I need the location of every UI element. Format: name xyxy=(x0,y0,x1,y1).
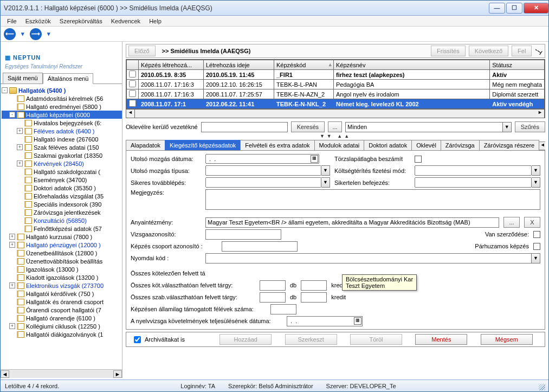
tree-expander-icon[interactable]: + xyxy=(9,234,15,240)
anyaint-clear-button[interactable]: X xyxy=(524,217,540,228)
menu-role[interactable]: Szerepkörváltás xyxy=(55,17,107,25)
grid-header[interactable]: Képzés létrehozá... xyxy=(139,60,204,70)
table-row[interactable]: 2010.05.19. 8:352010.05.19. 11:45_FIR1fi… xyxy=(127,70,545,80)
filter-select[interactable] xyxy=(345,122,503,132)
tree-item[interactable]: +Kollégiumi ciklusok (12250 ) xyxy=(2,322,122,330)
cancel-button[interactable]: Mégsem xyxy=(481,334,533,345)
window-close-button[interactable]: ✕ xyxy=(524,3,548,14)
grid-header[interactable]: Képzésnév xyxy=(334,60,490,70)
tree-expander-icon[interactable] xyxy=(9,299,15,305)
splitter-handle[interactable]: ▼▼ ▲▲ xyxy=(126,133,545,139)
delete-button[interactable]: Töröl xyxy=(350,334,402,345)
grid-header[interactable]: Státusz xyxy=(490,60,545,70)
tree-item[interactable]: Doktori adatok (35350 ) xyxy=(2,184,122,192)
anyaint-browse-button[interactable]: ... xyxy=(503,217,520,228)
dropdown-icon[interactable]: ▼ xyxy=(532,165,540,176)
row-checkbox[interactable] xyxy=(129,90,136,97)
tree-expander-icon[interactable] xyxy=(9,331,15,337)
tab-general-menu[interactable]: Általános menü xyxy=(43,73,94,84)
tree-item[interactable]: Speciális indexsorok (390 xyxy=(2,200,122,208)
menu-tools[interactable]: Eszközök xyxy=(21,17,55,25)
tree-item[interactable]: +Szak féléves adatai (150 xyxy=(2,143,122,151)
refresh-button[interactable]: Frissítés xyxy=(431,46,466,56)
tree-expander-icon[interactable] xyxy=(17,193,23,199)
nav-back-dropdown-icon[interactable]: ▾ xyxy=(19,30,27,38)
nyomdai-select[interactable] xyxy=(205,253,532,264)
scroll-left-icon[interactable]: ◄ xyxy=(1,370,9,378)
row-checkbox[interactable] xyxy=(129,100,136,107)
detail-tab[interactable]: Kiegészítő képzésadatok xyxy=(165,140,241,150)
tree-item[interactable]: Hallgató eredményei (5800 ) xyxy=(2,102,122,111)
search-more-button[interactable]: ... xyxy=(328,121,342,132)
tree-item[interactable]: Órarendi csoport hallgatói (7 xyxy=(2,306,122,314)
allami-input[interactable] xyxy=(270,304,296,314)
grid-header[interactable] xyxy=(127,60,139,70)
detail-tab[interactable]: Doktori adatok xyxy=(364,140,412,150)
tree-expander-icon[interactable]: + xyxy=(9,242,15,248)
left-hscrollbar[interactable]: ◄ ► xyxy=(1,369,122,378)
kepzescs-input[interactable] xyxy=(222,241,298,252)
sikeres-select[interactable] xyxy=(205,177,321,188)
tree-expander-icon[interactable] xyxy=(17,209,23,215)
tree-expander-icon[interactable] xyxy=(17,217,23,223)
tree-expander-icon[interactable] xyxy=(17,177,23,183)
kot-val-kredit-input[interactable] xyxy=(301,280,327,291)
tree-expander-icon[interactable] xyxy=(9,291,15,297)
grid-hscrollbar[interactable]: ◄ ► xyxy=(126,110,545,118)
menu-favorites[interactable]: Kedvencek xyxy=(107,17,145,25)
tree-item[interactable]: +Elektronikus vizsgák (273700 xyxy=(2,281,122,290)
tree-item[interactable]: Hallgatók és órarendi csoport xyxy=(2,298,122,306)
tree-item[interactable]: +Hallgató kurzusai (7800 ) xyxy=(2,233,122,241)
tree-expander-icon[interactable]: + xyxy=(9,323,15,329)
sikertelen-select[interactable] xyxy=(415,177,532,188)
nyelvv-date-input[interactable] xyxy=(287,316,363,326)
detail-tab[interactable]: Felvételi és extra adatok xyxy=(240,140,314,150)
detail-tab[interactable]: Záróvizsga xyxy=(441,140,480,150)
tree-item[interactable]: +Féléves adatok (6400 ) xyxy=(2,127,122,135)
megj-textarea[interactable] xyxy=(205,189,540,210)
resize-grip-icon[interactable] xyxy=(539,384,545,390)
window-maximize-button[interactable]: ☐ xyxy=(506,3,522,14)
tree-expander-icon[interactable] xyxy=(9,95,15,101)
nav-back-button[interactable]: ⟵ xyxy=(4,28,16,40)
tree-item[interactable]: +Kérvények (28450) xyxy=(2,159,122,168)
tree-item[interactable]: Hallgató indexe (267600 xyxy=(2,135,122,143)
van-szerz-checkbox[interactable] xyxy=(533,231,540,238)
parhuzamos-checkbox[interactable] xyxy=(533,243,540,250)
szab-val-kredit-input[interactable] xyxy=(301,292,327,303)
row-checkbox[interactable] xyxy=(129,70,136,78)
tree-expander-icon[interactable] xyxy=(17,169,23,175)
window-minimize-button[interactable]: — xyxy=(489,3,505,14)
tree-item[interactable]: Konzultáció (56850) xyxy=(2,216,122,224)
tree-expander-icon[interactable] xyxy=(9,250,15,256)
tree-expander-icon[interactable]: - xyxy=(2,87,8,93)
table-row[interactable]: 2008.11.07. 17:12012.06.22. 11:41TEBK-E-… xyxy=(127,99,545,109)
add-button[interactable]: Hozzáad xyxy=(219,334,272,345)
detail-tab[interactable]: Oklevél xyxy=(411,140,441,150)
edit-button[interactable]: Szerkeszt xyxy=(285,334,337,345)
tree-item[interactable]: Hallgatói diákigazolványok (1 xyxy=(2,330,122,338)
tree-item[interactable]: Hallgatói kérdőívek (750 ) xyxy=(2,290,122,298)
tree-item[interactable]: Adatmódosítási kérelmek (56 xyxy=(2,94,122,102)
navigation-tree[interactable]: -Hallgatók (5400 ) Adatmódosítási kérelm… xyxy=(1,83,122,369)
tree-item[interactable]: Üzenettovábbítások beállítás xyxy=(2,257,122,265)
tree-item[interactable]: -Hallgatók (5400 ) xyxy=(2,86,122,94)
tree-item[interactable]: Igazolások (13000 ) xyxy=(2,265,122,273)
dropdown-icon[interactable]: ▼ xyxy=(532,253,540,264)
grid-header[interactable]: Képzéskód xyxy=(274,60,334,70)
kts-select[interactable] xyxy=(415,165,532,176)
pin-icon[interactable]: -⊣ xyxy=(534,46,544,56)
tree-expander-icon[interactable] xyxy=(17,120,23,126)
tree-expander-icon[interactable]: + xyxy=(17,144,23,150)
tree-expander-icon[interactable] xyxy=(9,307,15,313)
calendar-icon[interactable]: ▦ xyxy=(354,317,361,325)
grid-scroll-left-icon[interactable]: ◄ xyxy=(126,110,135,118)
tree-expander-icon[interactable] xyxy=(17,152,23,158)
nav-forward-dropdown-icon[interactable]: ▾ xyxy=(45,30,53,38)
grid-scroll-right-icon[interactable]: ► xyxy=(536,110,545,118)
up-button[interactable]: Fel xyxy=(512,46,532,56)
archived-checkbox[interactable] xyxy=(134,336,141,343)
tree-expander-icon[interactable] xyxy=(9,266,15,272)
tree-expander-icon[interactable]: + xyxy=(17,160,23,166)
tree-item[interactable]: Szakmai gyakorlat (18350 xyxy=(2,151,122,159)
